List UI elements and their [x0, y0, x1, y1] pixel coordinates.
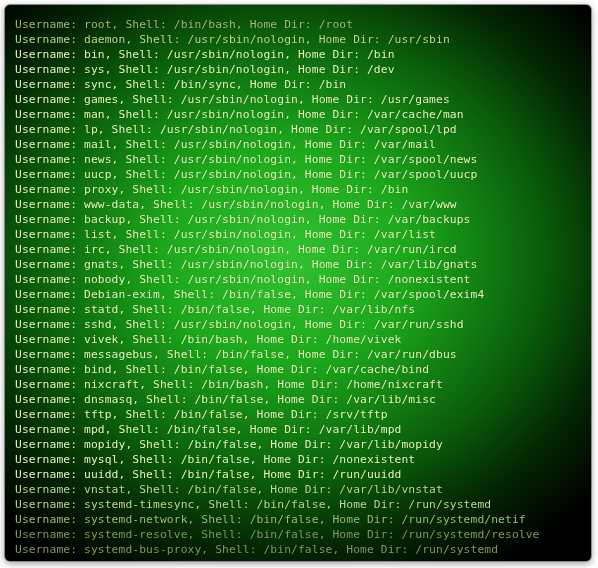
user-line: Username: uucp, Shell: /usr/sbin/nologin… [15, 167, 583, 182]
user-line: Username: mopidy, Shell: /bin/false, Hom… [15, 437, 583, 452]
user-line: Username: systemd-timesync, Shell: /bin/… [15, 497, 583, 512]
user-line: Username: sync, Shell: /bin/sync, Home D… [15, 77, 583, 92]
user-line: Username: mysql, Shell: /bin/false, Home… [15, 452, 583, 467]
user-line: Username: uuidd, Shell: /bin/false, Home… [15, 467, 583, 482]
user-line: Username: systemd-bus-proxy, Shell: /bin… [15, 542, 583, 557]
user-line: Username: nobody, Shell: /usr/sbin/nolog… [15, 272, 583, 287]
user-line: Username: games, Shell: /usr/sbin/nologi… [15, 92, 583, 107]
user-line: Username: tftp, Shell: /bin/false, Home … [15, 407, 583, 422]
user-line: Username: proxy, Shell: /usr/sbin/nologi… [15, 182, 583, 197]
user-line: Username: sshd, Shell: /usr/sbin/nologin… [15, 317, 583, 332]
user-line: Username: vnstat, Shell: /bin/false, Hom… [15, 482, 583, 497]
user-line: Username: irc, Shell: /usr/sbin/nologin,… [15, 242, 583, 257]
terminal-output: Username: root, Shell: /bin/bash, Home D… [15, 17, 583, 549]
user-line: Username: systemd-resolve, Shell: /bin/f… [15, 527, 583, 542]
user-line: Username: mail, Shell: /usr/sbin/nologin… [15, 137, 583, 152]
user-line: Username: messagebus, Shell: /bin/false,… [15, 347, 583, 362]
user-line: Username: statd, Shell: /bin/false, Home… [15, 302, 583, 317]
user-line: Username: daemon, Shell: /usr/sbin/nolog… [15, 32, 583, 47]
user-line: Username: list, Shell: /usr/sbin/nologin… [15, 227, 583, 242]
user-line: Username: bind, Shell: /bin/false, Home … [15, 362, 583, 377]
user-line: Username: vivek, Shell: /bin/bash, Home … [15, 332, 583, 347]
user-line: Username: backup, Shell: /usr/sbin/nolog… [15, 212, 583, 227]
user-line: Username: systemd-network, Shell: /bin/f… [15, 512, 583, 527]
user-line: Username: www-data, Shell: /usr/sbin/nol… [15, 197, 583, 212]
terminal-window: Username: root, Shell: /bin/bash, Home D… [4, 4, 592, 562]
user-line: Username: mpd, Shell: /bin/false, Home D… [15, 422, 583, 437]
user-line: Username: Debian-exim, Shell: /bin/false… [15, 287, 583, 302]
user-line: Username: lp, Shell: /usr/sbin/nologin, … [15, 122, 583, 137]
user-line: Username: dnsmasq, Shell: /bin/false, Ho… [15, 392, 583, 407]
user-line: Username: root, Shell: /bin/bash, Home D… [15, 17, 583, 32]
user-line: Username: gnats, Shell: /usr/sbin/nologi… [15, 257, 583, 272]
user-line: Username: bin, Shell: /usr/sbin/nologin,… [15, 47, 583, 62]
user-line: Username: sys, Shell: /usr/sbin/nologin,… [15, 62, 583, 77]
user-line: Username: nixcraft, Shell: /bin/bash, Ho… [15, 377, 583, 392]
user-line: Username: news, Shell: /usr/sbin/nologin… [15, 152, 583, 167]
user-line: Username: man, Shell: /usr/sbin/nologin,… [15, 107, 583, 122]
